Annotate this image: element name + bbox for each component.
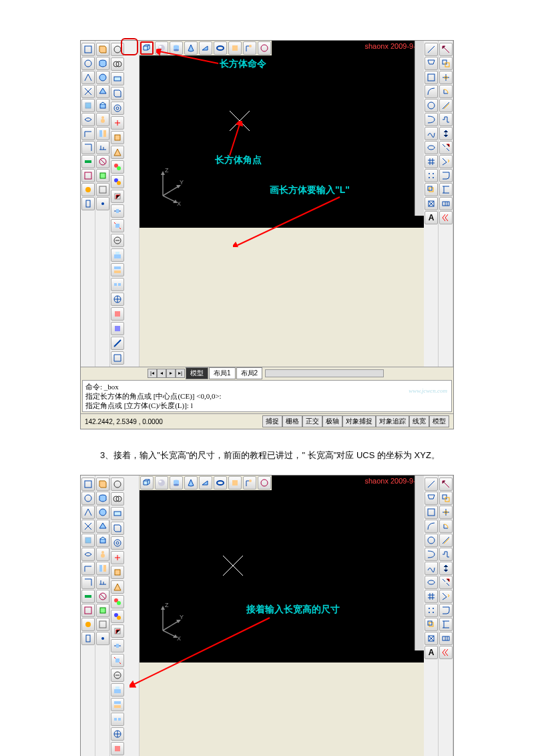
tool-icon[interactable] <box>81 85 95 98</box>
drawing-viewport[interactable]: shaonx 2009-9-7 长方体命令 长方体角点 画长方体要输入"L" Z… <box>140 41 424 228</box>
tool-icon[interactable] <box>81 604 95 617</box>
tool-icon[interactable] <box>96 534 109 547</box>
tool-icon[interactable] <box>111 610 124 623</box>
text-icon[interactable]: A <box>425 211 438 224</box>
tool-icon[interactable] <box>111 307 124 321</box>
tool-icon[interactable] <box>111 566 124 579</box>
status-snap[interactable]: 捕捉 <box>262 415 282 427</box>
tool-icon[interactable] <box>111 654 124 667</box>
tool-icon[interactable] <box>81 141 95 154</box>
tool-icon[interactable] <box>81 183 95 196</box>
torus-button[interactable] <box>214 476 227 490</box>
tool-icon[interactable] <box>228 41 242 55</box>
tool-icon[interactable] <box>96 576 109 589</box>
tool-icon[interactable] <box>439 506 453 519</box>
tool-icon[interactable] <box>96 506 109 519</box>
tool-icon[interactable] <box>425 141 438 154</box>
tool-icon[interactable] <box>243 476 256 490</box>
status-ortho[interactable]: 正交 <box>302 415 322 427</box>
tool-icon[interactable] <box>425 520 438 533</box>
tool-icon[interactable] <box>439 43 453 56</box>
tool-icon[interactable] <box>111 87 124 100</box>
tool-icon[interactable] <box>96 197 109 210</box>
tool-icon[interactable] <box>81 57 95 70</box>
tool-icon[interactable] <box>425 71 438 84</box>
tool-icon[interactable] <box>111 131 124 144</box>
tool-icon[interactable] <box>425 576 438 589</box>
tool-icon[interactable] <box>439 169 453 182</box>
tool-icon[interactable] <box>111 102 124 115</box>
tool-icon[interactable] <box>96 113 109 126</box>
tool-icon[interactable] <box>81 548 95 561</box>
tool-icon[interactable] <box>439 562 453 575</box>
wedge-button[interactable] <box>199 476 212 490</box>
tool-icon[interactable] <box>425 85 438 98</box>
tool-icon[interactable] <box>81 197 95 210</box>
tool-icon[interactable] <box>111 234 124 247</box>
tool-icon[interactable] <box>111 698 124 711</box>
tool-icon[interactable] <box>425 534 438 547</box>
tool-icon[interactable] <box>96 127 109 140</box>
tool-icon[interactable] <box>81 576 95 589</box>
tool-icon[interactable] <box>96 632 109 645</box>
vertical-scrollbar[interactable] <box>415 476 424 650</box>
tool-icon[interactable] <box>425 169 438 182</box>
tool-icon[interactable] <box>96 590 109 603</box>
tool-icon[interactable] <box>111 72 124 85</box>
tool-icon[interactable] <box>425 632 438 645</box>
command-window[interactable]: 命令: _box 指定长方体的角点或 [中心点(CE)] <0,0,0>: 指定… <box>82 380 452 412</box>
tool-icon[interactable] <box>111 248 124 262</box>
tool-icon[interactable] <box>439 478 453 491</box>
tool-icon[interactable] <box>81 127 95 140</box>
tool-icon[interactable] <box>439 57 453 70</box>
tool-icon[interactable] <box>111 278 124 291</box>
tool-icon[interactable] <box>111 624 124 638</box>
tool-icon[interactable] <box>96 492 109 505</box>
tool-icon[interactable] <box>111 293 124 306</box>
tool-icon[interactable] <box>111 175 124 188</box>
tool-icon[interactable] <box>425 57 438 70</box>
tool-icon[interactable] <box>81 632 95 645</box>
tool-icon[interactable] <box>96 520 109 533</box>
tool-icon[interactable] <box>81 506 95 519</box>
status-osnap[interactable]: 对象捕捉 <box>342 415 376 427</box>
box-command-button[interactable] <box>140 41 154 55</box>
tool-icon[interactable] <box>111 146 124 159</box>
tool-icon[interactable] <box>111 116 124 130</box>
tool-icon[interactable] <box>425 155 438 168</box>
tool-icon[interactable] <box>439 520 453 533</box>
tool-icon[interactable] <box>96 43 109 56</box>
cylinder-button[interactable] <box>170 476 183 490</box>
status-model[interactable]: 模型 <box>429 415 449 427</box>
drawing-viewport[interactable]: shaonx 2009-9-7 接着输入长宽高的尺寸 Z Y X <box>140 476 424 663</box>
status-polar[interactable]: 极轴 <box>322 415 342 427</box>
tool-icon[interactable] <box>439 548 453 561</box>
tool-icon[interactable] <box>425 562 438 575</box>
tab-prev-icon[interactable]: ◂ <box>157 369 166 378</box>
tool-icon[interactable] <box>425 506 438 519</box>
sphere-button[interactable] <box>155 476 168 490</box>
circles-icon[interactable] <box>111 57 124 71</box>
tool-icon[interactable] <box>439 632 453 645</box>
tool-icon[interactable] <box>81 562 95 575</box>
tool-icon[interactable] <box>439 197 453 210</box>
tool-icon[interactable] <box>96 183 109 196</box>
tool-icon[interactable] <box>111 742 124 755</box>
tool-icon[interactable] <box>425 43 438 56</box>
tool-icon[interactable] <box>81 618 95 631</box>
status-grid[interactable]: 栅格 <box>282 415 302 427</box>
tab-first-icon[interactable]: |◂ <box>148 369 157 378</box>
tool-icon[interactable] <box>425 618 438 631</box>
tool-icon[interactable] <box>258 41 271 55</box>
tool-icon[interactable] <box>439 127 453 140</box>
tool-icon[interactable] <box>111 727 124 741</box>
tool-icon[interactable] <box>111 190 124 203</box>
tool-icon[interactable] <box>439 183 453 196</box>
tool-icon[interactable] <box>439 590 453 603</box>
text-icon[interactable]: A <box>425 646 438 659</box>
tool-icon[interactable] <box>81 169 95 182</box>
tool-icon[interactable] <box>111 522 124 535</box>
tool-icon[interactable] <box>96 57 109 70</box>
tab-layout1[interactable]: 布局1 <box>209 367 236 379</box>
tab-next-icon[interactable]: ▸ <box>166 369 176 378</box>
